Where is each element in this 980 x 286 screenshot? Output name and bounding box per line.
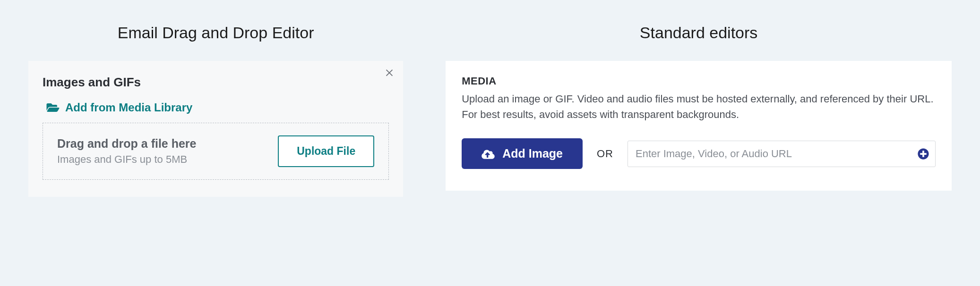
drop-text-group: Drag and drop a file here Images and GIF…: [57, 137, 197, 166]
column-email-editor: Email Drag and Drop Editor Images and GI…: [28, 24, 403, 262]
file-dropzone[interactable]: Drag and drop a file here Images and GIF…: [43, 123, 389, 180]
media-library-link-label: Add from Media Library: [65, 101, 192, 114]
close-icon[interactable]: [384, 67, 395, 80]
folder-open-icon: [46, 102, 60, 113]
column-standard-editors: Standard editors MEDIA Upload an image o…: [446, 24, 952, 262]
section-title-left: Email Drag and Drop Editor: [28, 24, 403, 42]
cloud-upload-icon: [481, 149, 495, 159]
media-url-input[interactable]: [628, 141, 936, 167]
section-title-right: Standard editors: [446, 24, 952, 42]
images-gifs-panel: Images and GIFs Add from Media Library D…: [28, 61, 403, 197]
media-panel: MEDIA Upload an image or GIF. Video and …: [446, 61, 952, 191]
drop-subtitle: Images and GIFs up to 5MB: [57, 153, 197, 166]
add-from-media-library-link[interactable]: Add from Media Library: [43, 101, 389, 114]
media-controls-row: Add Image OR: [462, 138, 936, 169]
drop-title: Drag and drop a file here: [57, 137, 197, 151]
or-separator: OR: [597, 148, 613, 160]
panel-subtitle: Images and GIFs: [43, 75, 389, 90]
media-header: MEDIA: [462, 75, 936, 87]
add-image-button-label: Add Image: [502, 147, 563, 160]
add-url-icon[interactable]: [918, 148, 929, 160]
url-input-wrapper: [628, 141, 936, 167]
add-image-button[interactable]: Add Image: [462, 138, 583, 169]
media-description: Upload an image or GIF. Video and audio …: [462, 91, 936, 122]
upload-file-button[interactable]: Upload File: [278, 135, 374, 167]
